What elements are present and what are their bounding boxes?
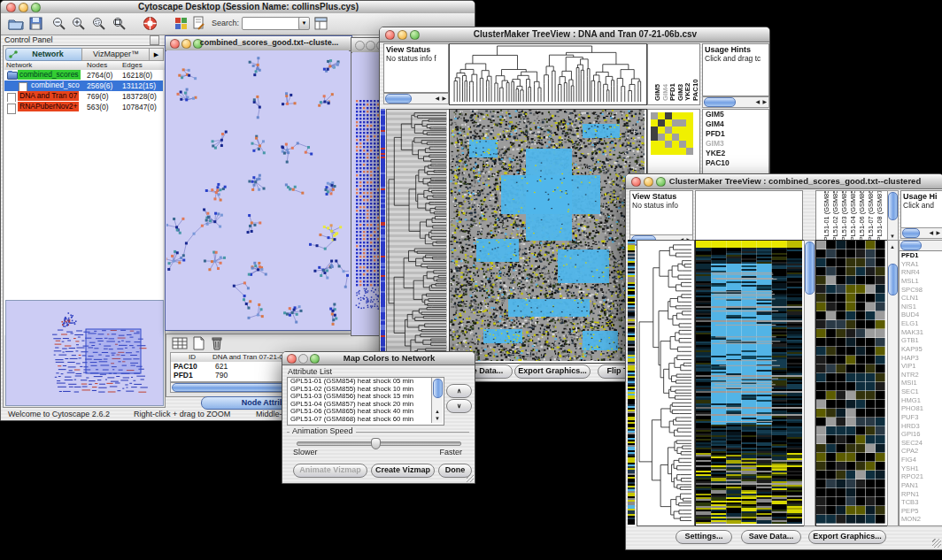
tv1-global-strip bbox=[381, 109, 385, 362]
scroll-up-icon[interactable]: ▲ bbox=[890, 242, 895, 251]
network-row[interactable]: combined_scores2764(0)16218(0) bbox=[4, 70, 163, 81]
new-attribute-icon[interactable] bbox=[193, 336, 205, 350]
tv2-zoom-vscroll[interactable]: ▲ bbox=[887, 240, 899, 526]
minimize-icon[interactable] bbox=[181, 39, 191, 49]
scroll-left-icon[interactable]: ◀ bbox=[755, 97, 760, 106]
minimize-icon[interactable] bbox=[298, 354, 308, 364]
tv2-button-1[interactable]: Save Data... bbox=[741, 530, 801, 544]
control-panel: Network VizMapper™ ▶ Network Nodes Edges… bbox=[3, 45, 166, 408]
move-down-button[interactable]: ∨ bbox=[446, 399, 472, 413]
network-row[interactable]: RNAPuberNov2+563(0)107847(0) bbox=[4, 102, 163, 112]
attribute-select-icon[interactable] bbox=[172, 337, 188, 349]
tv2-labels-vscroll[interactable]: ▼ bbox=[887, 190, 899, 242]
tv2-usage-hints-text: Click and bbox=[901, 201, 942, 210]
col-edges[interactable]: Edges bbox=[120, 61, 166, 70]
tab-network[interactable]: Network bbox=[5, 48, 83, 61]
dialog-title: Map Colors to Network bbox=[309, 353, 469, 363]
table-browser-icon[interactable] bbox=[314, 17, 328, 30]
delete-attribute-icon[interactable] bbox=[211, 336, 223, 350]
array-label: GPL51-08 (GSM872) bbox=[876, 190, 884, 242]
main-titlebar[interactable]: Cytoscape Desktop (Session Name: collins… bbox=[1, 1, 475, 14]
zoom-fit-icon[interactable] bbox=[112, 17, 127, 31]
move-up-button[interactable]: ∧ bbox=[446, 384, 472, 398]
tv2-row-dendrogram[interactable] bbox=[637, 240, 695, 526]
tv1-row-dendrogram[interactable] bbox=[386, 109, 450, 364]
zoom-in-icon[interactable] bbox=[72, 17, 86, 31]
tv2-view-status-title: View Status bbox=[630, 191, 692, 201]
animate-vizmap-button[interactable]: Animate Vizmap bbox=[293, 464, 367, 478]
status-hint-middle: Middle- bbox=[256, 410, 282, 418]
tv2-button-2[interactable]: Export Graphics... bbox=[808, 530, 886, 544]
tv2-usage-hints-panel: Usage Hi Click and bbox=[900, 190, 942, 229]
close-icon[interactable] bbox=[287, 354, 297, 364]
search-dropdown-icon[interactable]: ▼ bbox=[298, 17, 310, 30]
gene-label: YKE2 bbox=[703, 149, 768, 158]
attribute-list[interactable]: GPL51-01 (GSM854) heat shock 05 minGPL51… bbox=[287, 377, 444, 426]
search-input[interactable] bbox=[242, 17, 302, 30]
treeview2-titlebar[interactable]: ClusterMaker TreeView : combined_scores_… bbox=[626, 174, 942, 189]
scroll-left-icon[interactable]: ◀ bbox=[929, 228, 933, 237]
data-col-id[interactable]: ID bbox=[171, 353, 212, 362]
col-nodes[interactable]: Nodes bbox=[85, 61, 122, 70]
network-nodes: 2764(0) bbox=[87, 70, 112, 81]
network-row[interactable]: combined_sco2569(6)13112(15) bbox=[4, 81, 163, 91]
animation-slider-thumb[interactable] bbox=[371, 438, 381, 449]
create-vizmap-button[interactable]: Create Vizmap bbox=[371, 464, 435, 478]
col-network[interactable]: Network bbox=[4, 61, 87, 70]
close-icon[interactable] bbox=[170, 39, 180, 49]
network-view-titlebar[interactable]: combined_scores_good.txt--cluste... bbox=[166, 36, 351, 51]
close-icon[interactable] bbox=[631, 177, 641, 187]
tv2-column-dendrogram[interactable] bbox=[695, 190, 803, 242]
attribute-item[interactable]: GPL51-07 (GSM868) heat shock 60 min bbox=[288, 416, 444, 424]
annotation-icon[interactable] bbox=[192, 16, 205, 31]
tv1-usage-hscroll[interactable]: ◀ ▶ bbox=[702, 96, 769, 108]
dialog-titlebar[interactable]: Map Colors to Network bbox=[282, 352, 475, 365]
scroll-right-icon[interactable]: ▶ bbox=[936, 228, 940, 237]
resize-grip[interactable] bbox=[467, 475, 474, 482]
scroll-left-icon[interactable]: ◀ bbox=[435, 94, 439, 103]
treeview2-title: ClusterMaker TreeView : combined_scores_… bbox=[652, 176, 938, 186]
vizmapper-icon[interactable] bbox=[174, 17, 188, 30]
open-file-icon[interactable] bbox=[8, 17, 24, 30]
tv2-button-0[interactable]: Settings... bbox=[676, 530, 732, 544]
treeview1-titlebar[interactable]: ClusterMaker TreeView : DNA and Tran 07-… bbox=[380, 27, 769, 42]
save-icon[interactable] bbox=[29, 17, 42, 30]
network-tab-icon bbox=[9, 50, 18, 58]
desktop: Cytoscape Desktop (Session Name: collins… bbox=[0, 0, 942, 560]
scroll-right-icon[interactable]: ▶ bbox=[442, 94, 446, 103]
resize-grip[interactable] bbox=[932, 539, 941, 548]
gene-label: BUD4 bbox=[900, 311, 942, 319]
tab-vizmapper[interactable]: VizMapper™ bbox=[81, 48, 151, 61]
network-canvas[interactable] bbox=[166, 50, 349, 328]
tv1-usage-hints-title: Usage Hints bbox=[703, 44, 768, 54]
scroll-right-icon[interactable]: ▶ bbox=[762, 97, 767, 106]
float-panel-icon[interactable] bbox=[150, 35, 159, 45]
tv1-button-2[interactable]: Export Graphics... bbox=[514, 364, 591, 379]
tv2-heatmap-vscroll[interactable] bbox=[804, 240, 815, 526]
close-icon[interactable] bbox=[385, 30, 395, 40]
network-row[interactable]: DNA and Tran 07769(0)183728(0) bbox=[4, 91, 163, 102]
array-label: GPL51-01 (GSM854) bbox=[822, 190, 830, 242]
array-label: GPL51-03 (GSM856) bbox=[840, 190, 848, 242]
tv1-column-dendrogram[interactable] bbox=[449, 43, 647, 105]
tv2-zoom-heatmap[interactable] bbox=[815, 240, 888, 526]
folder-icon bbox=[7, 72, 18, 80]
tab-overflow-icon[interactable]: ▶ bbox=[149, 48, 164, 61]
zoom-selected-icon[interactable] bbox=[92, 17, 106, 31]
zoom-out-icon[interactable] bbox=[52, 17, 66, 31]
network-edges: 16218(0) bbox=[122, 70, 152, 81]
attribute-list-vscroll[interactable]: ▲ ▼ bbox=[431, 378, 443, 423]
tv1-status-hscroll[interactable]: ◀ ▶ bbox=[383, 93, 449, 104]
network-overview[interactable] bbox=[5, 300, 164, 406]
tv2-heatmap[interactable] bbox=[695, 240, 805, 526]
scroll-down-icon[interactable]: ▼ bbox=[435, 414, 440, 423]
gene-label: RPO21 bbox=[900, 472, 942, 481]
tv2-usage-hscroll[interactable]: ◀ ▶ bbox=[900, 227, 942, 239]
minimize-icon[interactable] bbox=[366, 41, 375, 50]
close-icon[interactable] bbox=[6, 3, 16, 12]
tv2-view-status-text: No status info bbox=[630, 201, 692, 210]
close-icon[interactable] bbox=[355, 41, 365, 50]
treeview2-window: ClusterMaker TreeView : combined_scores_… bbox=[625, 173, 942, 550]
tv1-heatmap[interactable] bbox=[449, 109, 647, 364]
help-lifebuoy-icon[interactable] bbox=[143, 16, 158, 31]
